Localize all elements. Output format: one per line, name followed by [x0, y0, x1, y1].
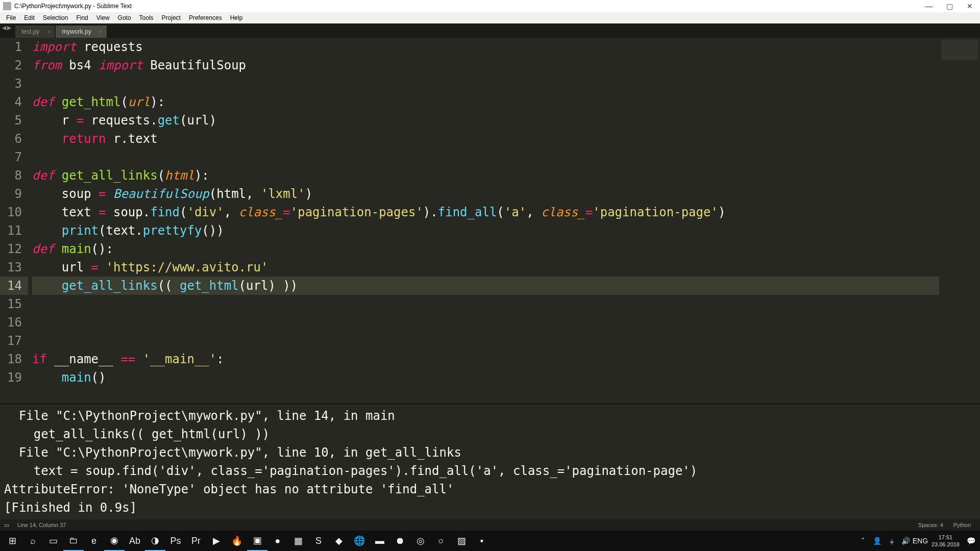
close-button[interactable]: ✕: [960, 0, 980, 12]
window-title: C:\PythonProject\mywork.py - Sublime Tex…: [14, 3, 132, 10]
line-number: 8: [0, 166, 22, 185]
line-number: 18: [0, 350, 22, 368]
code-line[interactable]: return r.text: [32, 130, 939, 148]
sublime-icon[interactable]: ▣: [247, 531, 267, 551]
color-icon[interactable]: ●: [267, 531, 288, 551]
code-line[interactable]: def get_html(url):: [32, 93, 939, 111]
editor-area[interactable]: 12345678910111213141516171819 import req…: [0, 38, 980, 403]
terminal-icon[interactable]: ▪: [472, 531, 492, 551]
volume-icon[interactable]: 🔊: [899, 531, 913, 551]
switch-panel-icon[interactable]: ▭: [4, 522, 9, 529]
line-number: 3: [0, 74, 22, 93]
code-line[interactable]: [32, 74, 939, 93]
line-number: 16: [0, 313, 22, 332]
chrome-icon[interactable]: ◉: [104, 531, 125, 551]
minimize-button[interactable]: —: [919, 0, 939, 12]
code-line[interactable]: def get_all_links(html):: [32, 166, 939, 185]
line-number: 14: [0, 277, 28, 295]
code-line[interactable]: text = soup.find('div', class_='paginati…: [32, 203, 939, 221]
menu-item-goto[interactable]: Goto: [114, 13, 135, 22]
menu-item-find[interactable]: Find: [72, 13, 92, 22]
window-titlebar: C:\PythonProject\mywork.py - Sublime Tex…: [0, 0, 980, 12]
menu-item-file[interactable]: File: [2, 13, 20, 22]
menu-item-view[interactable]: View: [92, 13, 114, 22]
minimap[interactable]: [939, 38, 980, 403]
close-icon[interactable]: ×: [100, 29, 103, 35]
obs-icon[interactable]: ◎: [410, 531, 431, 551]
code-line[interactable]: soup = BeautifulSoup(html, 'lxml'): [32, 185, 939, 203]
line-number: 6: [0, 130, 22, 148]
code-line[interactable]: main(): [32, 368, 939, 387]
nav-back-icon[interactable]: ◀: [2, 24, 6, 31]
code-line[interactable]: [32, 148, 939, 166]
console-line: text = soup.find('div', class_='paginati…: [4, 462, 976, 480]
search-icon[interactable]: ⌕: [22, 531, 43, 551]
app-icon-6[interactable]: ▨: [451, 531, 472, 551]
console-line: File "C:\PythonProject\mywork.py", line …: [4, 407, 976, 425]
menu-item-preferences[interactable]: Preferences: [185, 13, 226, 22]
status-bar: ▭ Line 14, Column 37 Spaces: 4 Python: [0, 519, 980, 531]
syntax-setting[interactable]: Python: [948, 522, 976, 528]
code-content[interactable]: import requestsfrom bs4 import Beautiful…: [28, 38, 939, 403]
taskview-icon[interactable]: ▭: [43, 531, 63, 551]
menu-item-help[interactable]: Help: [226, 13, 247, 22]
clock[interactable]: 17:51 23.06.2018: [927, 534, 964, 548]
code-line[interactable]: get_all_links(( get_html(url) )): [32, 277, 939, 295]
code-line[interactable]: [32, 313, 939, 332]
steam-icon[interactable]: ◑: [145, 531, 165, 551]
menu-bar: FileEditSelectionFindViewGotoToolsProjec…: [0, 12, 980, 23]
menu-item-project[interactable]: Project: [158, 13, 185, 22]
code-line[interactable]: def main():: [32, 240, 939, 258]
app-icon-4[interactable]: ▬: [370, 531, 390, 551]
line-number: 11: [0, 221, 22, 240]
network-icon[interactable]: ⏚: [885, 531, 899, 551]
line-number: 4: [0, 93, 22, 111]
console-line: get_all_links(( get_html(url) )): [4, 425, 976, 443]
menu-item-edit[interactable]: Edit: [20, 13, 39, 22]
notifications-icon[interactable]: 💬: [964, 531, 978, 551]
line-number: 2: [0, 56, 22, 74]
code-line[interactable]: [32, 295, 939, 313]
build-output-panel[interactable]: File "C:\PythonProject\mywork.py", line …: [0, 405, 980, 519]
code-line[interactable]: from bs4 import BeautifulSoup: [32, 56, 939, 74]
language-indicator[interactable]: ENG: [913, 531, 927, 551]
tab-mywork-py[interactable]: mywork.py×: [56, 26, 106, 38]
app-icon-1[interactable]: Ab: [125, 531, 145, 551]
maximize-button[interactable]: ▢: [939, 0, 960, 12]
line-number: 9: [0, 185, 22, 203]
record-icon[interactable]: ⏺: [390, 531, 410, 551]
code-line[interactable]: if __name__ == '__main__':: [32, 350, 939, 368]
clock-time: 17:51: [932, 534, 960, 541]
globe-icon[interactable]: 🌐: [349, 531, 370, 551]
code-line[interactable]: print(text.prettyfy()): [32, 221, 939, 240]
line-number: 7: [0, 148, 22, 166]
app-icon-3[interactable]: ◆: [329, 531, 349, 551]
windows-taskbar: ⊞⌕▭🗀e◉Ab◑PsPr▶🔥▣●▦S◆🌐▬⏺◎○▨▪ ˄ 👤 ⏚ 🔊 ENG …: [0, 531, 980, 551]
photoshop-icon[interactable]: Ps: [165, 531, 186, 551]
explorer-icon[interactable]: 🗀: [63, 531, 84, 551]
indent-setting[interactable]: Spaces: 4: [913, 522, 948, 528]
app-icon-2[interactable]: ▦: [288, 531, 308, 551]
menu-item-selection[interactable]: Selection: [39, 13, 72, 22]
nav-forward-icon[interactable]: ▶: [7, 24, 11, 31]
code-line[interactable]: r = requests.get(url): [32, 111, 939, 130]
tab-label: mywork.py: [62, 28, 91, 35]
code-line[interactable]: [32, 332, 939, 350]
tab-test-py[interactable]: test.py×: [15, 26, 55, 38]
code-line[interactable]: url = 'https://www.avito.ru': [32, 258, 939, 277]
media-icon[interactable]: ▶: [206, 531, 227, 551]
line-number: 13: [0, 258, 22, 277]
app-icon-5[interactable]: ○: [431, 531, 451, 551]
close-icon[interactable]: ×: [48, 29, 51, 35]
console-line: [Finished in 0.9s]: [4, 498, 976, 517]
edge-icon[interactable]: e: [84, 531, 104, 551]
premiere-icon[interactable]: Pr: [186, 531, 206, 551]
menu-item-tools[interactable]: Tools: [135, 13, 158, 22]
tray-up-icon[interactable]: ˄: [856, 531, 870, 551]
code-line[interactable]: import requests: [32, 38, 939, 56]
people-icon[interactable]: 👤: [870, 531, 885, 551]
skype-icon[interactable]: S: [308, 531, 329, 551]
flame-icon[interactable]: 🔥: [227, 531, 247, 551]
cursor-position[interactable]: Line 14, Column 37: [12, 522, 71, 528]
start-icon[interactable]: ⊞: [2, 531, 22, 551]
